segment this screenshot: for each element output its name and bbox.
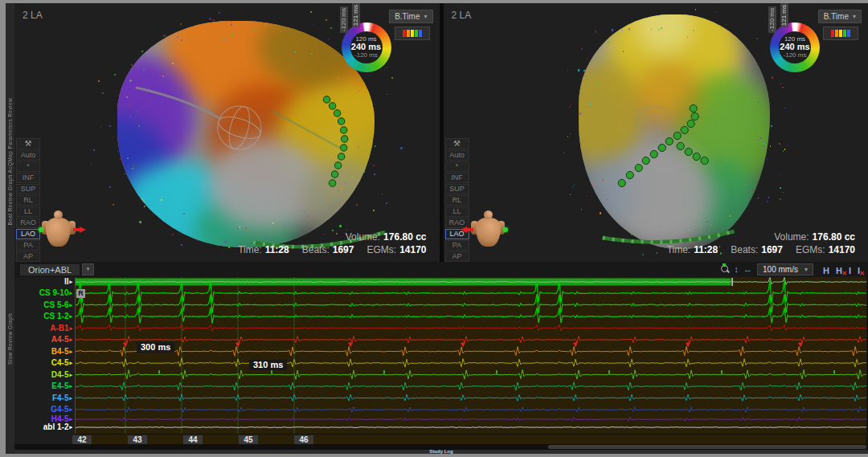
map-speckle [589, 103, 592, 105]
map-display-mode-button[interactable] [395, 27, 430, 40]
map-speckle [129, 80, 132, 82]
vertical-caliper-icon[interactable]: ↕ [735, 264, 739, 275]
horizontal-measure-delete-button[interactable]: H✕ [834, 266, 844, 275]
sidebar-vertical-label-top[interactable]: Beat Review Graph AcQMap Parameters Revi… [7, 98, 13, 225]
channel-label-b4-5[interactable]: B4-5 [51, 347, 72, 356]
legend-rotated-min: -120 ms [768, 6, 776, 33]
map-speckle [612, 34, 614, 35]
map-tool-icon[interactable]: ⚒ [16, 138, 40, 149]
map-speckle [770, 145, 772, 147]
zoom-tool-icon[interactable] [721, 265, 730, 274]
map-panel-right: 2 LA ⚒Auto*INFSUPRLLLRAOLAOPAAP -120 ms … [444, 3, 868, 262]
caliper-label-1[interactable]: 310 ms [249, 360, 287, 370]
channel-label-e4-5[interactable]: E4-5 [51, 382, 72, 390]
beats-value: 1697 [333, 244, 354, 255]
legend-inner-bot: -120 ms [351, 52, 381, 59]
channel-label-cs-5-6[interactable]: CS 5-6 [43, 300, 72, 309]
trace-area[interactable]: R 300 ms310 ms [75, 277, 866, 434]
map-speckle [765, 86, 766, 87]
orientation-torso[interactable] [43, 210, 74, 251]
map-speckle [109, 186, 111, 188]
btime-dropdown[interactable]: B.Time ▾ [389, 10, 432, 23]
scrollbar-thumb[interactable] [548, 445, 866, 449]
map-speckle [93, 149, 95, 151]
sidebar-vertical-label-bottom[interactable]: Slow Review Graph [7, 313, 13, 365]
map-speckle [102, 92, 104, 94]
caliper-label-0[interactable]: 300 ms [137, 342, 174, 353]
view-button-rao[interactable]: RAO [16, 218, 40, 228]
study-log-bar[interactable]: Study Log [14, 450, 868, 454]
beats-value: 1697 [761, 244, 783, 255]
measure-buttons: HH✕II✕ [818, 263, 862, 277]
channel-label-a-b1[interactable]: A-B1 [50, 324, 72, 333]
map-speckle [172, 63, 174, 64]
vertical-measure-delete-button[interactable]: I✕ [856, 266, 862, 275]
view-button-inf[interactable]: INF [445, 173, 469, 183]
map-speckle [98, 80, 100, 82]
btime-dropdown[interactable]: B.Time ▾ [818, 10, 862, 23]
map-speckle [581, 48, 583, 50]
horizontal-measure-button[interactable]: H [821, 266, 831, 275]
orientation-torso[interactable] [473, 210, 503, 251]
map-speckle [400, 147, 403, 149]
map-speckle [771, 125, 772, 127]
egms-label: EGMs: [796, 244, 825, 255]
map-speckle [657, 252, 658, 254]
view-button-sup[interactable]: SUP [16, 184, 40, 194]
view-button-pa[interactable]: PA [16, 240, 40, 251]
heart-map-3d[interactable] [117, 21, 375, 247]
beats-label: Beats: [302, 244, 330, 255]
map-speckle [716, 11, 717, 12]
view-button-ap[interactable]: AP [16, 251, 40, 262]
tab-orion-abl[interactable]: Orion+ABL [20, 264, 80, 275]
ruler-tick-45: 45 [239, 435, 258, 444]
auto-view-button[interactable]: Auto [445, 150, 469, 161]
map-speckle [162, 75, 164, 77]
view-button-ap[interactable]: AP [445, 251, 469, 262]
map-speckle [126, 96, 128, 98]
view-button-inf[interactable]: INF [16, 173, 40, 183]
channel-label-d4-5[interactable]: D4-5 [51, 370, 72, 379]
sweep-speed-dropdown[interactable]: 100 mm/s ▾ [757, 263, 813, 275]
legend-inner-bot: -120 ms [780, 52, 809, 59]
channel-label-cs-9-10[interactable]: CS 9-10 [39, 288, 72, 297]
view-buttons-column: ⚒Auto*INFSUPRLLLRAOLAOPAAP [445, 138, 469, 262]
view-button-ll[interactable]: LL [445, 206, 469, 217]
view-button-rl[interactable]: RL [16, 195, 40, 206]
channel-label-c4-5[interactable]: C4-5 [51, 358, 72, 367]
map-speckle [607, 198, 608, 200]
channel-label-g4-5[interactable]: G4-5 [51, 405, 72, 414]
map-display-mode-button[interactable] [823, 27, 858, 40]
chevron-down-icon: ▾ [424, 13, 427, 20]
heart-surface [117, 21, 375, 247]
map-tool-icon[interactable]: ⚒ [445, 138, 469, 149]
view-button-ll[interactable]: LL [16, 206, 40, 217]
map-speckle [356, 137, 357, 137]
auto-view-button[interactable]: Auto [16, 150, 40, 161]
channel-label-a4-5[interactable]: A4-5 [51, 335, 72, 344]
channel-label-cs-1-2[interactable]: CS 1-2 [43, 312, 72, 320]
egm-toolbar: ↕ ↔ 100 mm/s ▾ HH✕II✕ [721, 263, 862, 277]
map-speckle [750, 72, 751, 74]
color-wheel[interactable]: 120 ms 240 ms -120 ms [342, 22, 391, 72]
view-button-rl[interactable]: RL [445, 195, 469, 206]
star-button[interactable]: * [16, 161, 40, 172]
vertical-measure-button[interactable]: I [847, 266, 853, 275]
map-speckle [651, 29, 652, 30]
view-button-sup[interactable]: SUP [445, 184, 469, 194]
heart-map-3d[interactable] [579, 14, 770, 249]
view-button-pa[interactable]: PA [445, 240, 469, 251]
channel-label-ii[interactable]: II [64, 277, 72, 286]
view-button-lao[interactable]: LAO [16, 229, 40, 239]
map-speckle [693, 30, 694, 31]
time-label: Time: [238, 244, 262, 255]
map-speckle [172, 234, 174, 235]
color-wheel[interactable]: 120 ms 240 ms -120 ms [770, 22, 820, 72]
channel-label-abl-1-2[interactable]: abl 1-2 [40, 422, 72, 431]
tab-dropdown-button[interactable]: ▾ [82, 263, 94, 275]
star-button[interactable]: * [445, 161, 469, 172]
map-speckle [600, 212, 602, 214]
egm-tab-bar: Orion+ABL ▾ ↕ ↔ 100 mm/s ▾ HH✕II✕ [14, 262, 868, 277]
horizontal-caliper-icon[interactable]: ↔ [743, 264, 752, 275]
channel-label-f4-5[interactable]: F4-5 [52, 394, 72, 402]
